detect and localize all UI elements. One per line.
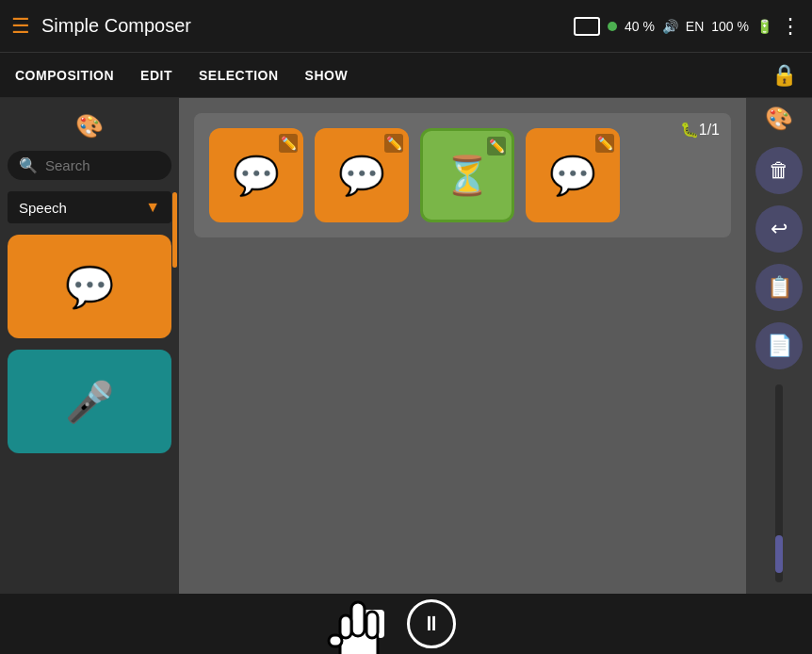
menu-bar: COMPOSITION EDIT SELECTION SHOW 🔒 [0,53,812,98]
search-icon: 🔍 [19,156,38,174]
hamburger-icon[interactable]: ☰ [11,14,30,39]
menu-item-edit[interactable]: EDIT [140,64,172,87]
undo-button[interactable]: ↩ [755,205,803,253]
right-sidebar: 🎨 🗑 ↩ 📋 📄 [746,98,812,594]
stop-button[interactable] [356,610,384,638]
tablet-icon [574,17,600,36]
overlay-card-1-edit-icon[interactable]: ✏️ [279,134,298,153]
svg-rect-4 [329,635,342,646]
speech-card-icon: 💬 [65,264,114,310]
left-sidebar: 🎨 🔍 Speech ▼ 💬 🎤 [0,98,179,594]
svg-rect-3 [340,615,351,638]
trash-icon: 🗑 [769,158,789,183]
language-label: EN [686,19,704,34]
menu-item-selection[interactable]: SELECTION [199,64,279,87]
pause-icon: ⏸ [421,612,442,636]
menu-item-composition[interactable]: COMPOSITION [15,64,114,87]
mic-card[interactable]: 🎤 [8,350,171,453]
overlay-card-1[interactable]: 💬 ✏️ [209,128,303,222]
app-title: Simple Composer [41,15,574,37]
overlay-card-4-edit-icon[interactable]: ✏️ [595,134,614,153]
overlay-card-4-icon: 💬 [549,154,596,198]
speech-dropdown[interactable]: Speech ▼ [8,191,171,223]
debug-label: 🐛1/1 [680,121,720,139]
copy-button[interactable]: 📋 [755,264,803,311]
battery-percent: 40 % [625,19,655,34]
status-bar: 40 % 🔊 EN 100 % 🔋 ⋮ [574,14,801,39]
overlay-card-1-icon: 💬 [233,154,280,198]
search-box[interactable]: 🔍 [8,151,171,180]
paste-button[interactable]: 📄 [755,322,803,369]
paste-icon: 📄 [767,334,792,358]
sidebar-scrollbar[interactable] [172,192,177,268]
bottom-bar: ⏸ [0,594,812,654]
overlay-card-3[interactable]: ⏳ ✏️ [420,128,514,222]
overlay-card-2-edit-icon[interactable]: ✏️ [384,134,403,153]
main-content: 🎨 🔍 Speech ▼ 💬 🎤 💬 ✏️ 💬 ✏ [0,98,812,594]
overlay-card-3-icon: ⏳ [444,154,491,198]
overlay-card-2[interactable]: 💬 ✏️ [315,128,409,222]
battery-dot [608,22,617,31]
copy-icon: 📋 [767,275,792,300]
speech-card[interactable]: 💬 [8,235,171,338]
overlay-card-3-edit-icon[interactable]: ✏️ [487,137,506,155]
overlay-card-4[interactable]: 💬 ✏️ [526,128,620,222]
battery-icon: 🔋 [756,19,772,34]
left-palette-icon: 🎨 [75,113,104,139]
mic-card-icon: 🎤 [65,379,114,425]
volume-icon: 🔊 [662,19,678,34]
right-scrollbar[interactable] [775,384,783,582]
charge-percent: 100 % [711,19,749,34]
right-scroll-thumb [775,535,783,573]
overlay-card-2-icon: 💬 [338,154,385,198]
more-icon[interactable]: ⋮ [780,14,801,39]
left-palette-container: 🎨 [8,106,171,151]
delete-button[interactable]: 🗑 [755,147,803,194]
dropdown-label: Speech [19,200,145,216]
overlay-panel: 💬 ✏️ 💬 ✏️ ⏳ ✏️ 💬 ✏️ 🐛1/1 [194,113,731,237]
center-area: 💬 ✏️ 💬 ✏️ ⏳ ✏️ 💬 ✏️ 🐛1/1 [179,98,746,594]
top-bar: ☰ Simple Composer 40 % 🔊 EN 100 % 🔋 ⋮ [0,0,812,53]
menu-item-show[interactable]: SHOW [305,64,349,87]
search-input[interactable] [45,157,160,173]
pause-button[interactable]: ⏸ [407,599,456,648]
dropdown-arrow-icon: ▼ [145,199,160,216]
undo-icon: ↩ [771,217,788,241]
right-palette-icon: 🎨 [765,106,793,132]
lock-icon[interactable]: 🔒 [771,63,797,88]
